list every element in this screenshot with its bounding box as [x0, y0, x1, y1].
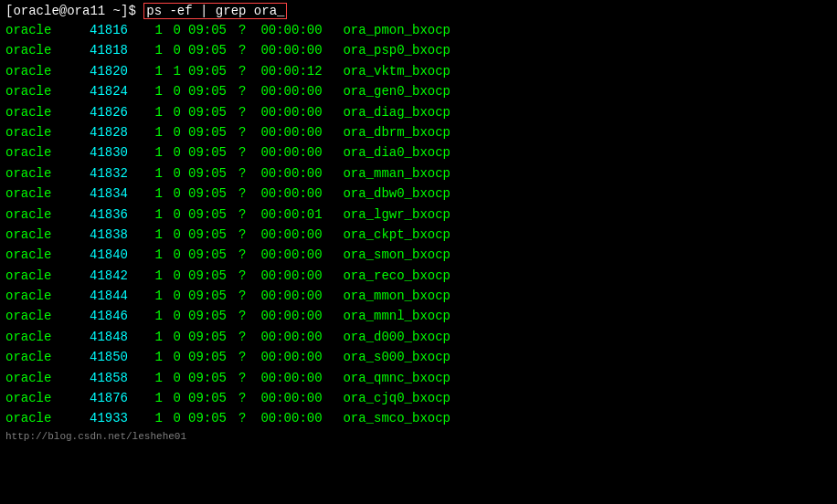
col-c: 0: [170, 408, 188, 428]
col-cmd: ora_gen0_bxocp: [343, 81, 832, 101]
table-row: oracle 41820 1 1 09:05 ? 00:00:12 ora_vk…: [5, 61, 832, 81]
col-pid: 41858: [88, 368, 143, 388]
col-stime: 09:05: [188, 368, 238, 388]
table-row: oracle 41850 1 0 09:05 ? 00:00:00 ora_s0…: [5, 347, 832, 367]
col-tty: ?: [238, 408, 260, 428]
col-user: oracle: [5, 368, 88, 388]
col-tty: ?: [238, 368, 260, 388]
col-tty: ?: [238, 205, 260, 225]
col-pid: 41844: [88, 286, 143, 306]
col-pid: 41840: [88, 245, 143, 265]
col-stime: 09:05: [188, 163, 238, 184]
col-tty: ?: [238, 347, 260, 367]
col-user: oracle: [5, 408, 88, 428]
col-stime: 09:05: [188, 245, 238, 265]
col-c: 0: [170, 102, 188, 122]
col-tty: ?: [238, 61, 260, 81]
col-cmd: ora_mmon_bxocp: [343, 286, 832, 306]
col-pid: 41832: [88, 163, 143, 184]
col-time: 00:00:01: [260, 205, 343, 225]
col-stime: 09:05: [188, 327, 238, 347]
col-c: 0: [170, 286, 188, 306]
watermark-line: http://blog.csdn.net/leshehe01: [5, 431, 832, 442]
col-tty: ?: [238, 81, 260, 101]
col-c: 0: [170, 306, 188, 326]
col-user: oracle: [5, 102, 88, 122]
col-c: 0: [170, 225, 188, 245]
command-text: ps -ef | grep ora_: [143, 3, 287, 19]
col-tty: ?: [238, 388, 260, 408]
col-cmd: ora_s000_bxocp: [343, 347, 832, 367]
col-c: 0: [170, 327, 188, 347]
col-ppid: 1: [143, 388, 170, 408]
col-user: oracle: [5, 81, 88, 101]
col-ppid: 1: [143, 327, 170, 347]
col-time: 00:00:00: [260, 245, 343, 265]
col-ppid: 1: [143, 122, 170, 142]
col-user: oracle: [5, 388, 88, 408]
col-pid: 41876: [88, 388, 143, 408]
col-tty: ?: [238, 225, 260, 245]
col-cmd: ora_dbrm_bxocp: [343, 122, 832, 142]
col-tty: ?: [238, 20, 260, 40]
col-stime: 09:05: [188, 408, 238, 428]
col-c: 0: [170, 163, 188, 184]
col-pid: 41834: [88, 184, 143, 204]
col-stime: 09:05: [188, 306, 238, 326]
col-pid: 41816: [88, 20, 143, 40]
col-stime: 09:05: [188, 40, 238, 60]
command-highlight: ps -ef | grep ora_: [143, 3, 287, 19]
col-c: 0: [170, 81, 188, 101]
col-cmd: ora_pmon_bxocp: [343, 20, 832, 40]
col-tty: ?: [238, 266, 260, 286]
col-user: oracle: [5, 306, 88, 326]
col-pid: 41842: [88, 266, 143, 286]
col-time: 00:00:00: [260, 225, 343, 245]
col-time: 00:00:00: [260, 40, 343, 60]
col-pid: 41826: [88, 102, 143, 122]
col-stime: 09:05: [188, 142, 238, 163]
col-cmd: ora_mmnl_bxocp: [343, 306, 832, 326]
col-cmd: ora_cjq0_bxocp: [343, 388, 832, 408]
col-stime: 09:05: [188, 122, 238, 142]
col-pid: 41818: [88, 40, 143, 60]
table-row: oracle 41876 1 0 09:05 ? 00:00:00 ora_cj…: [5, 388, 832, 408]
col-cmd: ora_diag_bxocp: [343, 102, 832, 122]
col-tty: ?: [238, 306, 260, 326]
col-cmd: ora_mman_bxocp: [343, 163, 832, 184]
col-stime: 09:05: [188, 225, 238, 245]
col-ppid: 1: [143, 142, 170, 163]
table-row: oracle 41832 1 0 09:05 ? 00:00:00 ora_mm…: [5, 163, 832, 184]
col-stime: 09:05: [188, 347, 238, 367]
col-stime: 09:05: [188, 20, 238, 40]
col-user: oracle: [5, 286, 88, 306]
col-c: 0: [170, 388, 188, 408]
table-row: oracle 41840 1 0 09:05 ? 00:00:00 ora_sm…: [5, 245, 832, 265]
col-cmd: ora_smon_bxocp: [343, 245, 832, 265]
col-user: oracle: [5, 61, 88, 81]
table-row: oracle 41838 1 0 09:05 ? 00:00:00 ora_ck…: [5, 225, 832, 245]
col-cmd: ora_d000_bxocp: [343, 327, 832, 347]
process-table: oracle 41816 1 0 09:05 ? 00:00:00 ora_pm…: [5, 20, 832, 429]
col-pid: 41828: [88, 122, 143, 142]
col-time: 00:00:00: [260, 163, 343, 184]
col-pid: 41830: [88, 142, 143, 163]
col-pid: 41836: [88, 205, 143, 225]
col-stime: 09:05: [188, 266, 238, 286]
col-c: 0: [170, 368, 188, 388]
col-ppid: 1: [143, 81, 170, 101]
col-ppid: 1: [143, 286, 170, 306]
col-c: 0: [170, 40, 188, 60]
col-pid: 41824: [88, 81, 143, 101]
col-user: oracle: [5, 225, 88, 245]
col-cmd: ora_reco_bxocp: [343, 266, 832, 286]
col-pid: 41820: [88, 61, 143, 81]
col-c: 0: [170, 184, 188, 204]
col-time: 00:00:00: [260, 286, 343, 306]
col-time: 00:00:00: [260, 102, 343, 122]
col-stime: 09:05: [188, 388, 238, 408]
col-cmd: ora_dbw0_bxocp: [343, 184, 832, 204]
col-user: oracle: [5, 266, 88, 286]
table-row: oracle 41818 1 0 09:05 ? 00:00:00 ora_ps…: [5, 40, 832, 60]
col-user: oracle: [5, 205, 88, 225]
